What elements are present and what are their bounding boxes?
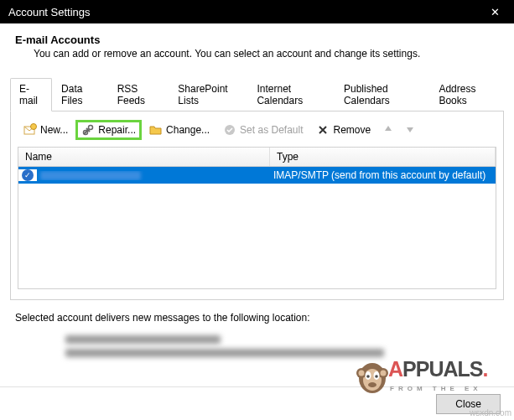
- account-list: Name Type ✓ IMAP/SMTP (send from this ac…: [18, 147, 496, 289]
- delivery-details: [15, 335, 499, 357]
- delivery-location-redacted-2: [65, 349, 384, 357]
- new-button-label: New...: [40, 124, 68, 136]
- arrow-down-icon: [405, 124, 415, 137]
- delivery-section: Selected account delivers new messages t…: [15, 312, 499, 357]
- svg-point-14: [375, 375, 378, 378]
- footer: Close: [0, 386, 514, 420]
- tab-content: New... Repair... Change... Set as Defaul…: [10, 111, 504, 300]
- svg-point-7: [356, 368, 366, 378]
- window-close-button[interactable]: ✕: [476, 0, 514, 23]
- window-title: Account Settings: [8, 6, 91, 18]
- tab-address-books[interactable]: Address Books: [429, 78, 504, 111]
- svg-point-12: [374, 371, 380, 380]
- header-title: E-mail Accounts: [15, 34, 499, 46]
- arrow-up-icon: [383, 124, 393, 137]
- default-check-icon: ✓: [22, 169, 34, 181]
- account-row[interactable]: ✓ IMAP/SMTP (send from this account by d…: [18, 167, 496, 184]
- change-folder-icon: [149, 123, 163, 137]
- watermark-brand: APPUALS.: [388, 357, 487, 381]
- remove-button-label: Remove: [333, 124, 371, 136]
- delivery-text: Selected account delivers new messages t…: [15, 312, 499, 324]
- change-button-label: Change...: [166, 124, 210, 136]
- tabs-container: E-mail Data Files RSS Feeds SharePoint L…: [10, 78, 504, 111]
- site-watermark: wsxdn.com: [470, 408, 511, 417]
- tab-data-files[interactable]: Data Files: [52, 78, 108, 111]
- tab-email[interactable]: E-mail: [10, 78, 52, 111]
- column-header-type[interactable]: Type: [270, 148, 496, 166]
- svg-point-13: [366, 375, 370, 378]
- set-default-button: Set as Default: [217, 120, 309, 140]
- account-name-redacted: [40, 171, 141, 180]
- repair-button[interactable]: Repair...: [75, 120, 142, 140]
- tab-published-calendars[interactable]: Published Calendars: [335, 78, 429, 111]
- move-up-button: [378, 121, 398, 140]
- tab-internet-calendars[interactable]: Internet Calendars: [247, 78, 335, 111]
- account-name-cell: [37, 171, 270, 180]
- change-button[interactable]: Change...: [143, 120, 215, 140]
- delivery-location-redacted-1: [65, 335, 221, 344]
- check-circle-icon: [223, 123, 236, 137]
- tab-rss-feeds[interactable]: RSS Feeds: [108, 78, 169, 111]
- svg-point-8: [378, 368, 388, 378]
- set-default-label: Set as Default: [240, 124, 303, 136]
- list-body: ✓ IMAP/SMTP (send from this account by d…: [18, 167, 496, 288]
- toolbar: New... Repair... Change... Set as Defaul…: [18, 118, 496, 147]
- close-icon: ✕: [491, 7, 500, 18]
- svg-point-1: [31, 124, 37, 130]
- new-button[interactable]: New...: [18, 120, 74, 140]
- svg-point-10: [381, 371, 387, 376]
- repair-icon: [81, 123, 95, 137]
- remove-button[interactable]: Remove: [310, 120, 376, 140]
- repair-button-label: Repair...: [98, 124, 136, 136]
- header-section: E-mail Accounts You can add or remove an…: [0, 23, 514, 71]
- svg-point-2: [89, 126, 93, 130]
- svg-point-9: [359, 371, 365, 376]
- column-header-name[interactable]: Name: [18, 148, 270, 166]
- tab-sharepoint-lists[interactable]: SharePoint Lists: [169, 78, 247, 111]
- list-header: Name Type: [18, 148, 496, 167]
- row-default-indicator: ✓: [18, 169, 37, 181]
- remove-x-icon: [316, 123, 330, 137]
- account-type-cell: IMAP/SMTP (send from this account by def…: [270, 169, 496, 181]
- titlebar: Account Settings ✕: [0, 0, 514, 23]
- svg-point-11: [366, 371, 371, 380]
- new-mail-icon: [23, 123, 37, 137]
- header-subtitle: You can add or remove an account. You ca…: [15, 48, 499, 60]
- move-down-button: [400, 121, 420, 140]
